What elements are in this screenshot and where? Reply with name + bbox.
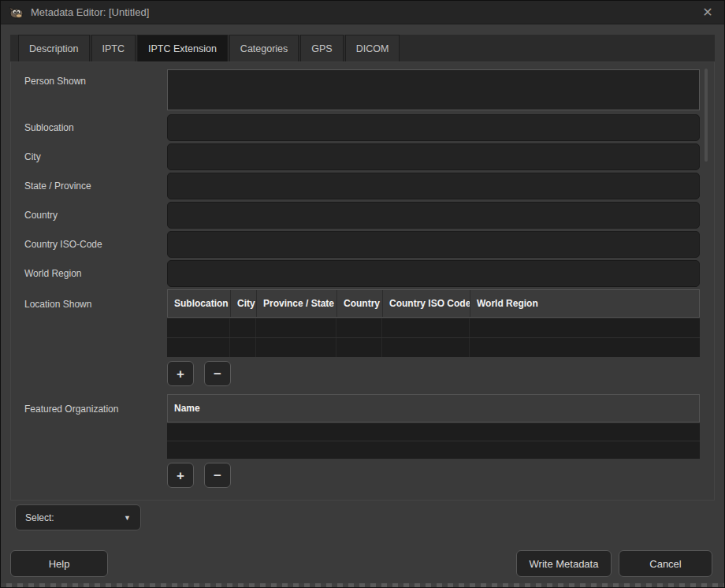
location-shown-label: Location Shown: [11, 289, 167, 394]
world-region-row: World Region: [11, 260, 714, 287]
vertical-scrollbar[interactable]: [705, 69, 708, 162]
col-country-iso-code[interactable]: Country ISO Code: [383, 290, 470, 317]
city-row: City: [11, 143, 714, 170]
tab-iptc[interactable]: IPTC: [91, 35, 136, 61]
col-sublocation[interactable]: Sublocation: [168, 290, 231, 317]
person-shown-input[interactable]: [167, 69, 700, 110]
col-world-region[interactable]: World Region: [470, 290, 699, 317]
city-label: City: [11, 143, 167, 170]
sublocation-label: Sublocation: [11, 114, 167, 141]
organization-remove-button[interactable]: −: [204, 463, 231, 488]
table-row[interactable]: [167, 318, 700, 337]
col-province-state[interactable]: Province / State: [257, 290, 337, 317]
write-metadata-button[interactable]: Write Metadata: [516, 550, 612, 577]
country-input[interactable]: [167, 202, 700, 229]
featured-organization-table-body: [167, 422, 700, 459]
person-shown-label: Person Shown: [11, 69, 167, 110]
location-shown-section: Location Shown Sublocation City Province…: [11, 289, 714, 394]
select-dropdown-label: Select:: [25, 512, 54, 523]
location-shown-buttons: + −: [167, 361, 700, 386]
organization-add-button[interactable]: +: [167, 463, 194, 488]
location-shown-table-header: Sublocation City Province / State Countr…: [167, 289, 700, 318]
person-shown-row: Person Shown: [11, 69, 714, 110]
world-region-label: World Region: [11, 260, 167, 287]
close-icon[interactable]: ✕: [699, 6, 716, 19]
country-iso-code-input[interactable]: [167, 231, 700, 258]
location-add-button[interactable]: +: [167, 361, 194, 386]
window-title: Metadata Editor: [Untitled]: [31, 6, 149, 18]
table-row[interactable]: [167, 337, 700, 357]
action-row: Help Write Metadata Cancel: [10, 550, 712, 577]
country-iso-code-row: Country ISO-Code: [11, 231, 714, 258]
state-province-input[interactable]: [167, 173, 700, 199]
featured-organization-table: Name: [167, 394, 700, 459]
table-row[interactable]: [167, 422, 700, 441]
country-row: Country: [11, 202, 714, 229]
help-button[interactable]: Help: [10, 550, 108, 577]
titlebar: Metadata Editor: [Untitled] ✕: [1, 1, 724, 24]
metadata-editor-dialog: Metadata Editor: [Untitled] ✕ Descriptio…: [0, 0, 725, 588]
tab-dicom[interactable]: DICOM: [345, 35, 400, 61]
country-label: Country: [11, 202, 167, 229]
featured-organization-section: Featured Organization Name + −: [11, 394, 714, 496]
tab-description[interactable]: Description: [18, 35, 90, 61]
featured-organization-buttons: + −: [167, 463, 700, 488]
metadata-notebook: Description IPTC IPTC Extension Categori…: [10, 35, 715, 501]
gimp-wilber-icon: [9, 6, 24, 19]
window-resize-grip[interactable]: [1, 583, 724, 587]
col-country[interactable]: Country: [337, 290, 383, 317]
tab-bar: Description IPTC IPTC Extension Categori…: [10, 35, 715, 61]
featured-organization-label: Featured Organization: [11, 394, 167, 496]
location-shown-table: Sublocation City Province / State Countr…: [167, 289, 700, 357]
action-spacer: [108, 550, 516, 577]
tab-gps[interactable]: GPS: [300, 35, 343, 61]
country-iso-code-label: Country ISO-Code: [11, 231, 167, 258]
world-region-input[interactable]: [167, 260, 700, 287]
state-province-row: State / Province: [11, 173, 714, 199]
col-name[interactable]: Name: [168, 395, 699, 422]
featured-organization-table-header: Name: [167, 394, 700, 422]
state-province-label: State / Province: [11, 173, 167, 199]
select-dropdown[interactable]: Select: ▼: [15, 504, 141, 530]
tab-iptc-extension[interactable]: IPTC Extension: [137, 35, 228, 61]
table-row[interactable]: [167, 441, 700, 459]
select-row: Select: ▼: [15, 504, 724, 530]
location-remove-button[interactable]: −: [204, 361, 231, 386]
sublocation-input[interactable]: [167, 114, 700, 141]
location-shown-table-body: [167, 318, 700, 357]
cancel-button[interactable]: Cancel: [619, 550, 712, 577]
col-city[interactable]: City: [231, 290, 257, 317]
chevron-down-icon: ▼: [124, 514, 131, 522]
tab-categories[interactable]: Categories: [229, 35, 299, 61]
city-input[interactable]: [167, 143, 700, 170]
iptc-extension-page: Person Shown Sublocation City State / Pr…: [10, 61, 715, 501]
sublocation-row: Sublocation: [11, 114, 714, 141]
